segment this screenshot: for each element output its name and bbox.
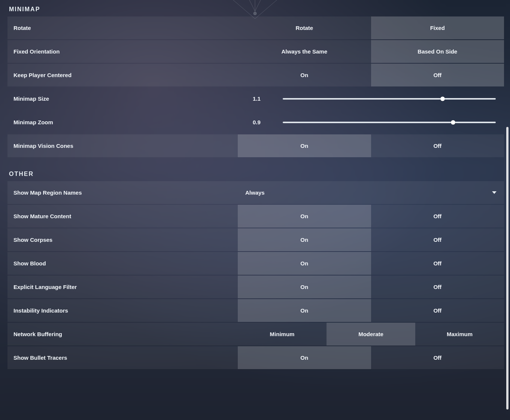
- value-minimap-size: 1.1: [238, 95, 268, 102]
- toggle-instability-on[interactable]: On: [238, 299, 371, 322]
- toggle-blood-on[interactable]: On: [238, 252, 371, 275]
- toggle-corpses-off[interactable]: Off: [371, 228, 504, 251]
- toggle-instability-off[interactable]: Off: [371, 299, 504, 322]
- label-minimap-size: Minimap Size: [7, 95, 238, 102]
- row-instability: Instability Indicators On Off: [7, 299, 504, 322]
- label-vision-cones: Minimap Vision Cones: [7, 143, 238, 149]
- toggle-cones-off[interactable]: Off: [371, 134, 504, 157]
- row-mature-content: Show Mature Content On Off: [7, 205, 504, 228]
- value-minimap-zoom: 0.9: [238, 119, 268, 125]
- label-instability: Instability Indicators: [7, 307, 238, 314]
- section-title-minimap: MINIMAP: [9, 6, 504, 13]
- label-explicit-filter: Explicit Language Filter: [7, 284, 238, 290]
- label-blood: Show Blood: [7, 260, 238, 267]
- row-corpses: Show Corpses On Off: [7, 228, 504, 251]
- toggle-orientation-same[interactable]: Always the Same: [238, 40, 371, 63]
- label-minimap-zoom: Minimap Zoom: [7, 119, 238, 125]
- toggle-mature-on[interactable]: On: [238, 205, 371, 228]
- row-keep-centered: Keep Player Centered On Off: [7, 64, 504, 86]
- slider-thumb-minimap-size[interactable]: [440, 97, 445, 101]
- label-keep-centered: Keep Player Centered: [7, 72, 238, 78]
- label-mature-content: Show Mature Content: [7, 213, 238, 219]
- toggle-explicit-on[interactable]: On: [238, 276, 371, 298]
- label-region-names: Show Map Region Names: [7, 189, 238, 196]
- caret-down-icon: [492, 191, 497, 194]
- row-rotate: Rotate Rotate Fixed: [7, 16, 504, 39]
- label-network-buffering: Network Buffering: [7, 331, 238, 337]
- slider-minimap-size[interactable]: [283, 94, 496, 103]
- scrollbar-track[interactable]: [506, 2, 509, 418]
- toggle-tracers-on[interactable]: On: [238, 346, 371, 369]
- row-bullet-tracers: Show Bullet Tracers On Off: [7, 346, 504, 369]
- toggle-centered-on[interactable]: On: [238, 64, 371, 86]
- toggle-explicit-off[interactable]: Off: [371, 276, 504, 298]
- row-vision-cones: Minimap Vision Cones On Off: [7, 134, 504, 157]
- label-rotate: Rotate: [7, 25, 238, 31]
- slider-thumb-minimap-zoom[interactable]: [451, 120, 455, 125]
- scrollbar-thumb[interactable]: [506, 127, 509, 410]
- toggle-mature-off[interactable]: Off: [371, 205, 504, 228]
- row-minimap-zoom: Minimap Zoom 0.9: [7, 111, 504, 134]
- row-explicit-filter: Explicit Language Filter On Off: [7, 276, 504, 298]
- toggle-centered-off[interactable]: Off: [371, 64, 504, 86]
- toggle-orientation-side[interactable]: Based On Side: [371, 40, 504, 63]
- row-region-names: Show Map Region Names Always: [7, 181, 504, 204]
- toggle-rotate-rotate[interactable]: Rotate: [238, 16, 371, 39]
- label-fixed-orientation: Fixed Orientation: [7, 48, 238, 55]
- toggle-blood-off[interactable]: Off: [371, 252, 504, 275]
- dropdown-region-names[interactable]: Always: [238, 181, 504, 204]
- toggle-tracers-off[interactable]: Off: [371, 346, 504, 369]
- toggle-corpses-on[interactable]: On: [238, 228, 371, 251]
- toggle-cones-on[interactable]: On: [238, 134, 371, 157]
- label-corpses: Show Corpses: [7, 237, 238, 243]
- label-bullet-tracers: Show Bullet Tracers: [7, 354, 238, 361]
- tri-buffering-minimum[interactable]: Minimum: [238, 323, 327, 346]
- section-title-other: OTHER: [9, 171, 504, 177]
- tri-buffering-maximum[interactable]: Maximum: [415, 323, 504, 346]
- toggle-rotate-fixed[interactable]: Fixed: [371, 16, 504, 39]
- row-blood: Show Blood On Off: [7, 252, 504, 275]
- slider-minimap-zoom[interactable]: [283, 118, 496, 127]
- dropdown-region-names-value: Always: [245, 189, 265, 196]
- row-network-buffering: Network Buffering Minimum Moderate Maxim…: [7, 323, 504, 346]
- row-fixed-orientation: Fixed Orientation Always the Same Based …: [7, 40, 504, 63]
- row-minimap-size: Minimap Size 1.1: [7, 87, 504, 110]
- tri-buffering-moderate[interactable]: Moderate: [327, 323, 415, 346]
